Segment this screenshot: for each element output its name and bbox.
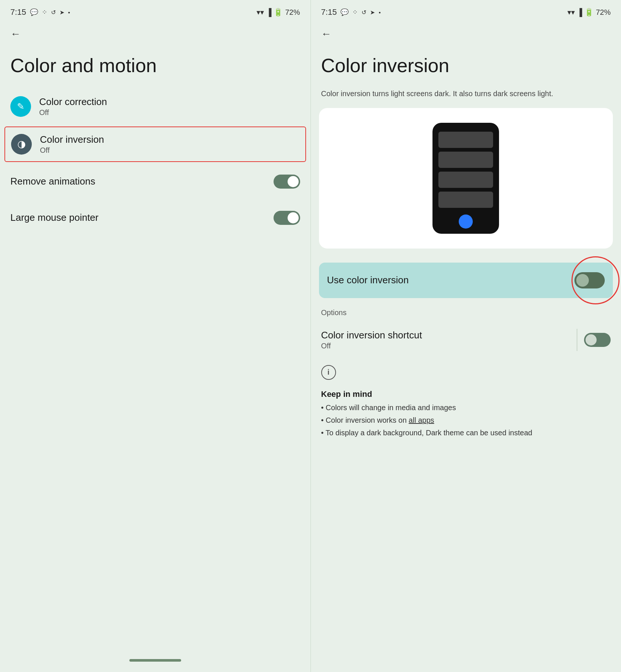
home-indicator-left <box>129 659 181 662</box>
back-button-left[interactable]: ← <box>0 21 310 44</box>
signal-icon-r: ▐ <box>577 8 582 17</box>
page-title-left: Color and motion <box>0 44 310 88</box>
wifi-icon: ▾▾ <box>257 8 264 17</box>
color-correction-value: Off <box>39 108 107 117</box>
shortcut-value: Off <box>321 342 422 350</box>
undo-icon-r: ↺ <box>362 9 366 16</box>
all-apps-link[interactable]: all apps <box>409 416 434 424</box>
time-left: 7:15 <box>10 7 26 17</box>
shortcut-knob <box>586 334 597 345</box>
color-correction-label: Color correction <box>39 96 107 108</box>
large-mouse-pointer-item[interactable]: Large mouse pointer <box>0 200 310 236</box>
right-panel: 7:15 💬 ⁘ ↺ ➤ ● ▾▾ ▐ 🔋 72% ← Color invers… <box>311 0 621 672</box>
messenger-icon-r: 💬 <box>340 8 349 16</box>
use-inversion-toggle[interactable] <box>574 272 605 288</box>
battery-level-right: 72% <box>596 8 611 17</box>
large-mouse-pointer-knob <box>288 212 299 223</box>
status-indicators-left: ▾▾ ▐ 🔋 72% <box>257 8 300 17</box>
back-button-right[interactable]: ← <box>311 21 621 44</box>
apps-icon-r: ⁘ <box>352 8 358 16</box>
battery-level-left: 72% <box>285 8 300 17</box>
status-indicators-right: ▾▾ ▐ 🔋 72% <box>567 8 611 17</box>
shortcut-row[interactable]: Color inversion shortcut Off <box>311 321 621 359</box>
shortcut-text-group: Color inversion shortcut Off <box>321 330 422 350</box>
battery-icon: 🔋 <box>274 8 283 17</box>
status-time-right: 7:15 💬 ⁘ ↺ ➤ ● <box>321 7 381 17</box>
shortcut-label: Color inversion shortcut <box>321 330 422 341</box>
phone-mockup <box>432 123 499 234</box>
dot-icon: ● <box>68 10 70 14</box>
remove-animations-toggle[interactable] <box>274 175 300 189</box>
keep-in-mind-title: Keep in mind <box>321 389 611 399</box>
phone-home-button <box>459 215 473 229</box>
remove-animations-knob <box>288 176 299 187</box>
options-label: Options <box>311 298 621 321</box>
preview-card <box>319 108 613 249</box>
messenger-icon: 💬 <box>30 8 38 16</box>
remove-animations-item[interactable]: Remove animations <box>0 163 310 200</box>
phone-bar-3 <box>438 172 493 188</box>
status-time-left: 7:15 💬 ⁘ ↺ ➤ ● <box>10 7 70 17</box>
bottom-bar-left <box>0 652 310 672</box>
status-bar-right: 7:15 💬 ⁘ ↺ ➤ ● ▾▾ ▐ 🔋 72% <box>311 0 621 21</box>
dot-icon-r: ● <box>379 10 381 14</box>
color-inversion-value: Off <box>40 146 104 155</box>
keep-in-mind-item-2: • Color inversion works on all apps <box>321 415 611 426</box>
use-inversion-label: Use color inversion <box>327 274 409 286</box>
shortcut-right <box>570 329 611 351</box>
info-icon: i <box>321 365 336 380</box>
keep-in-mind-section: Keep in mind • Colors will change in med… <box>311 386 621 447</box>
use-inversion-row[interactable]: Use color inversion <box>319 263 613 298</box>
color-inversion-text: Color inversion Off <box>40 134 104 155</box>
phone-bar-2 <box>438 152 493 168</box>
info-symbol: i <box>328 368 330 376</box>
large-mouse-pointer-toggle[interactable] <box>274 211 300 225</box>
description-text: Color inversion turns light screens dark… <box>311 88 621 108</box>
left-panel: 7:15 💬 ⁘ ↺ ➤ ● ▾▾ ▐ 🔋 72% ← Color and mo… <box>0 0 311 672</box>
color-inversion-icon-circle: ◑ <box>11 134 32 155</box>
color-correction-item[interactable]: ✎ Color correction Off <box>0 88 310 125</box>
use-inversion-knob <box>576 274 589 287</box>
color-inversion-label: Color inversion <box>40 134 104 145</box>
color-inversion-item[interactable]: ◑ Color inversion Off <box>4 126 306 162</box>
phone-bar-1 <box>438 132 493 148</box>
battery-icon-r: 🔋 <box>584 8 594 17</box>
nav-icon-r: ➤ <box>370 9 375 16</box>
pencil-icon: ✎ <box>17 101 24 112</box>
color-correction-text: Color correction Off <box>39 96 107 117</box>
wifi-icon-r: ▾▾ <box>567 8 575 17</box>
keep-in-mind-item-1: • Colors will change in media and images <box>321 402 611 413</box>
inversion-icon: ◑ <box>17 138 26 150</box>
status-bar-left: 7:15 💬 ⁘ ↺ ➤ ● ▾▾ ▐ 🔋 72% <box>0 0 310 21</box>
signal-icon: ▐ <box>266 8 271 17</box>
apps-icon: ⁘ <box>42 8 47 16</box>
undo-icon: ↺ <box>51 9 56 16</box>
nav-icon: ➤ <box>60 9 64 16</box>
shortcut-divider <box>577 329 577 351</box>
keep-in-mind-item-3: • To display a dark background, Dark the… <box>321 427 611 438</box>
shortcut-toggle[interactable] <box>584 333 611 347</box>
phone-bar-4 <box>438 192 493 208</box>
color-correction-icon-circle: ✎ <box>10 96 31 117</box>
time-right: 7:15 <box>321 7 337 17</box>
large-mouse-pointer-label: Large mouse pointer <box>10 212 98 223</box>
page-title-right: Color inversion <box>311 44 621 88</box>
remove-animations-label: Remove animations <box>10 176 95 187</box>
